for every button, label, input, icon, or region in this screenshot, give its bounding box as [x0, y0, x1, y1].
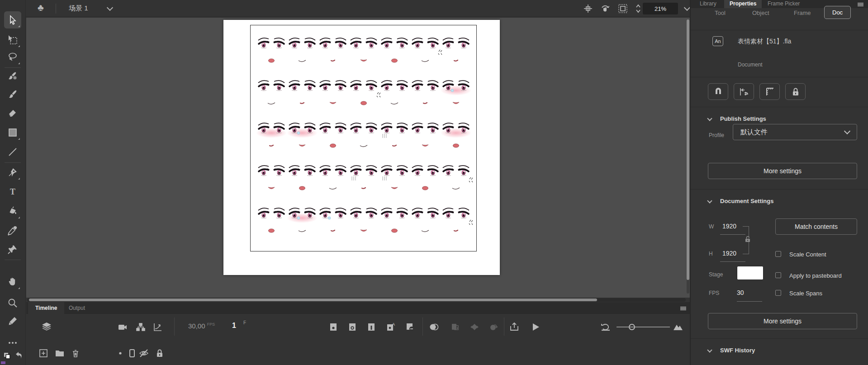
- outline-layer-icon[interactable]: [126, 347, 138, 359]
- chevron-down-icon[interactable]: [707, 198, 712, 203]
- chevron-down-icon[interactable]: [707, 347, 712, 352]
- document-settings-header[interactable]: Document Settings: [720, 198, 773, 204]
- create-classic-tween-icon[interactable]: [469, 321, 480, 333]
- line-tool[interactable]: [4, 143, 21, 161]
- eye-pair-r2c6: [412, 81, 438, 104]
- scene-dropdown-chevron-icon[interactable]: [104, 3, 115, 14]
- pencil-tool[interactable]: [4, 313, 21, 330]
- auto-keyframe-icon[interactable]: A: [385, 321, 397, 333]
- lasso-tool[interactable]: [4, 48, 21, 66]
- timeline-fps[interactable]: 30,00 FPS: [188, 322, 215, 330]
- sprite-sheet-frame[interactable]: [250, 25, 477, 251]
- remove-frame-icon[interactable]: [404, 321, 416, 333]
- selection-tool[interactable]: [4, 11, 21, 28]
- current-frame-value[interactable]: 1: [232, 322, 236, 330]
- hand-tool[interactable]: [4, 273, 21, 290]
- tab-timeline[interactable]: Timeline: [28, 302, 64, 314]
- zoom-stepper-icon[interactable]: [633, 3, 644, 14]
- eye-pair-r5c1: [258, 208, 285, 232]
- undo-arrow-icon[interactable]: [14, 351, 23, 362]
- timeline-zoom-slider[interactable]: [617, 321, 671, 333]
- scene-name[interactable]: 场景 1: [69, 4, 88, 13]
- resize-timeline-view-icon[interactable]: [672, 321, 684, 333]
- asset-warp-pin-tool[interactable]: [4, 241, 21, 258]
- rectangle-tool[interactable]: [4, 124, 21, 141]
- eye-pair-r3c5: [381, 123, 408, 146]
- pen-tool[interactable]: [4, 164, 21, 181]
- stage-vertical-scrollbar[interactable]: [687, 19, 689, 294]
- scale-content-checkbox[interactable]: [775, 251, 781, 257]
- scale-spans-checkbox[interactable]: [775, 290, 781, 296]
- height-value[interactable]: 1920: [722, 250, 736, 257]
- insert-keyframe-icon[interactable]: [327, 321, 339, 333]
- panel-menu-icon[interactable]: [858, 2, 863, 7]
- divider: [691, 107, 868, 107]
- subselection-transform-tool[interactable]: [4, 31, 21, 48]
- width-value[interactable]: 1920: [722, 223, 736, 230]
- edit-multiple-frames-icon[interactable]: [449, 321, 461, 333]
- colors-swap-icon[interactable]: [3, 352, 11, 362]
- apply-to-pasteboard-checkbox[interactable]: [775, 272, 781, 278]
- eye-pair-r5c4: [351, 208, 377, 231]
- rulers-icon[interactable]: [759, 83, 780, 100]
- lock-guides-icon[interactable]: [785, 83, 806, 100]
- stage-horizontal-scrollbar[interactable]: [27, 298, 686, 302]
- timeline-menu-icon[interactable]: [680, 306, 686, 311]
- subtab-doc[interactable]: Doc: [824, 6, 851, 19]
- swf-history-header[interactable]: SWF History: [720, 347, 755, 354]
- lock-layers-icon[interactable]: [154, 347, 166, 359]
- camera-icon[interactable]: [117, 321, 128, 333]
- registration-crosshair-icon[interactable]: [583, 3, 593, 14]
- layers-icon[interactable]: [41, 321, 52, 333]
- play-icon[interactable]: [530, 321, 541, 333]
- snap-align-icon[interactable]: [734, 83, 754, 100]
- graph-editor-icon[interactable]: [152, 321, 164, 333]
- clip-to-pasteboard-icon[interactable]: [617, 3, 628, 14]
- document-type-label: Document: [738, 62, 763, 68]
- text-tool[interactable]: T: [4, 183, 21, 200]
- rotate-view-icon[interactable]: [600, 3, 611, 14]
- eye-pair-r2c7: [441, 81, 471, 104]
- subtab-object[interactable]: Object: [752, 6, 769, 20]
- add-folder-icon[interactable]: [54, 347, 66, 359]
- eye-pair-r5c6: [412, 208, 438, 232]
- subtab-frame[interactable]: Frame: [794, 6, 811, 20]
- stage-pasteboard[interactable]: [26, 18, 690, 298]
- loop-icon[interactable]: [508, 321, 520, 333]
- profile-select[interactable]: 默认文件: [733, 124, 857, 140]
- eye-pair-r5c3: [320, 208, 346, 231]
- fluid-brush-tool[interactable]: [4, 68, 21, 85]
- classic-brush-tool[interactable]: [4, 86, 21, 104]
- insert-frame-icon[interactable]: [365, 321, 377, 333]
- parenting-view-icon[interactable]: [135, 321, 147, 333]
- stage-color-swatch[interactable]: [737, 266, 764, 280]
- zoom-tool[interactable]: [4, 294, 21, 312]
- unlock-icon[interactable]: [745, 236, 751, 245]
- delete-layer-icon[interactable]: [70, 347, 81, 359]
- document-more-settings-button[interactable]: More settings: [708, 313, 857, 329]
- subtab-tool[interactable]: Tool: [715, 6, 726, 20]
- more-tools-ellipsis[interactable]: [4, 334, 21, 351]
- stage-canvas[interactable]: [223, 20, 500, 275]
- tab-output[interactable]: Output: [62, 302, 92, 314]
- eye-pair-r4c4: [351, 166, 377, 189]
- paint-bucket-tool[interactable]: [4, 203, 21, 220]
- publish-settings-header[interactable]: Publish Settings: [720, 115, 766, 122]
- eyedropper-tool[interactable]: [4, 222, 21, 239]
- reset-timeline-zoom-icon[interactable]: [600, 321, 612, 333]
- fps-value[interactable]: 30: [737, 289, 744, 296]
- create-motion-tween-icon[interactable]: [488, 321, 499, 333]
- hide-layers-icon[interactable]: [138, 347, 150, 359]
- publish-more-settings-button[interactable]: More settings: [708, 163, 857, 179]
- onion-skin-icon[interactable]: [428, 321, 440, 333]
- show-all-dot-icon[interactable]: [114, 347, 126, 359]
- eye-pair-r4c2: [289, 166, 315, 190]
- snap-magnet-icon[interactable]: [708, 83, 728, 100]
- zoom-level-input[interactable]: 21%: [643, 3, 678, 14]
- insert-blank-keyframe-icon[interactable]: [346, 321, 358, 333]
- eraser-tool[interactable]: [4, 104, 21, 122]
- divider: [691, 338, 868, 339]
- add-layer-icon[interactable]: [38, 347, 49, 359]
- match-contents-button[interactable]: Match contents: [775, 218, 857, 235]
- chevron-down-icon[interactable]: [707, 116, 712, 121]
